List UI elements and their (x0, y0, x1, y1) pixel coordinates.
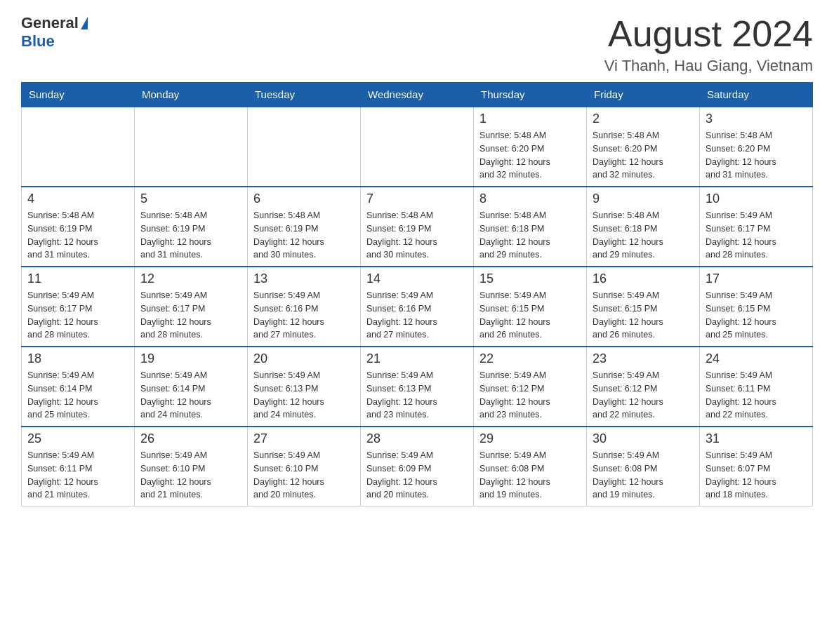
calendar-week-row: 4Sunrise: 5:48 AM Sunset: 6:19 PM Daylig… (22, 187, 813, 267)
day-info: Sunrise: 5:49 AM Sunset: 6:16 PM Dayligh… (253, 289, 355, 342)
logo: General Blue (21, 14, 88, 51)
day-info: Sunrise: 5:49 AM Sunset: 6:10 PM Dayligh… (253, 449, 355, 502)
calendar-cell: 28Sunrise: 5:49 AM Sunset: 6:09 PM Dayli… (361, 427, 474, 507)
day-number: 26 (140, 431, 241, 446)
day-number: 21 (366, 351, 468, 366)
calendar-header-thursday: Thursday (474, 83, 587, 107)
day-info: Sunrise: 5:49 AM Sunset: 6:13 PM Dayligh… (253, 369, 355, 422)
calendar-title: August 2024 (604, 14, 813, 54)
calendar-week-row: 18Sunrise: 5:49 AM Sunset: 6:14 PM Dayli… (22, 347, 813, 427)
title-block: August 2024 Vi Thanh, Hau Giang, Vietnam (604, 14, 813, 75)
calendar-cell: 21Sunrise: 5:49 AM Sunset: 6:13 PM Dayli… (361, 347, 474, 427)
day-number: 29 (479, 431, 581, 446)
calendar-header-monday: Monday (135, 83, 248, 107)
day-info: Sunrise: 5:49 AM Sunset: 6:10 PM Dayligh… (140, 449, 241, 502)
calendar-cell (22, 107, 135, 187)
day-number: 8 (479, 192, 581, 206)
calendar-cell: 4Sunrise: 5:48 AM Sunset: 6:19 PM Daylig… (22, 187, 135, 267)
calendar-cell: 25Sunrise: 5:49 AM Sunset: 6:11 PM Dayli… (22, 427, 135, 507)
calendar-cell: 15Sunrise: 5:49 AM Sunset: 6:15 PM Dayli… (474, 267, 587, 347)
day-number: 30 (593, 431, 694, 446)
calendar-header-row: SundayMondayTuesdayWednesdayThursdayFrid… (22, 83, 813, 107)
day-info: Sunrise: 5:49 AM Sunset: 6:12 PM Dayligh… (479, 369, 581, 422)
calendar-week-row: 25Sunrise: 5:49 AM Sunset: 6:11 PM Dayli… (22, 427, 813, 507)
day-number: 25 (27, 431, 128, 446)
day-number: 4 (27, 192, 128, 206)
day-number: 20 (253, 351, 355, 366)
calendar-cell (135, 107, 248, 187)
calendar-subtitle: Vi Thanh, Hau Giang, Vietnam (604, 57, 813, 75)
day-info: Sunrise: 5:48 AM Sunset: 6:19 PM Dayligh… (27, 209, 128, 262)
day-number: 27 (253, 431, 355, 446)
calendar-week-row: 11Sunrise: 5:49 AM Sunset: 6:17 PM Dayli… (22, 267, 813, 347)
day-info: Sunrise: 5:48 AM Sunset: 6:20 PM Dayligh… (593, 129, 694, 182)
calendar-cell: 5Sunrise: 5:48 AM Sunset: 6:19 PM Daylig… (135, 187, 248, 267)
day-info: Sunrise: 5:49 AM Sunset: 6:14 PM Dayligh… (27, 369, 128, 422)
day-info: Sunrise: 5:48 AM Sunset: 6:18 PM Dayligh… (479, 209, 581, 262)
logo-general-text: General (21, 14, 79, 32)
day-number: 13 (253, 271, 355, 286)
calendar-cell: 9Sunrise: 5:48 AM Sunset: 6:18 PM Daylig… (587, 187, 700, 267)
calendar-cell: 14Sunrise: 5:49 AM Sunset: 6:16 PM Dayli… (361, 267, 474, 347)
day-info: Sunrise: 5:48 AM Sunset: 6:19 PM Dayligh… (366, 209, 468, 262)
calendar-cell: 3Sunrise: 5:48 AM Sunset: 6:20 PM Daylig… (700, 107, 813, 187)
day-number: 23 (593, 351, 694, 366)
day-number: 22 (479, 351, 581, 366)
day-number: 5 (140, 192, 241, 206)
calendar-header-friday: Friday (587, 83, 700, 107)
calendar-cell: 16Sunrise: 5:49 AM Sunset: 6:15 PM Dayli… (587, 267, 700, 347)
calendar-header-tuesday: Tuesday (248, 83, 361, 107)
calendar-cell: 2Sunrise: 5:48 AM Sunset: 6:20 PM Daylig… (587, 107, 700, 187)
day-number: 31 (706, 431, 807, 446)
calendar-cell: 13Sunrise: 5:49 AM Sunset: 6:16 PM Dayli… (248, 267, 361, 347)
day-info: Sunrise: 5:49 AM Sunset: 6:08 PM Dayligh… (593, 449, 694, 502)
calendar-cell: 18Sunrise: 5:49 AM Sunset: 6:14 PM Dayli… (22, 347, 135, 427)
day-number: 10 (706, 192, 807, 206)
day-number: 18 (27, 351, 128, 366)
day-info: Sunrise: 5:48 AM Sunset: 6:18 PM Dayligh… (593, 209, 694, 262)
day-info: Sunrise: 5:49 AM Sunset: 6:15 PM Dayligh… (706, 289, 807, 342)
calendar-cell (248, 107, 361, 187)
calendar-cell: 31Sunrise: 5:49 AM Sunset: 6:07 PM Dayli… (700, 427, 813, 507)
day-info: Sunrise: 5:49 AM Sunset: 6:13 PM Dayligh… (366, 369, 468, 422)
day-info: Sunrise: 5:49 AM Sunset: 6:07 PM Dayligh… (706, 449, 807, 502)
day-number: 28 (366, 431, 468, 446)
logo-blue-text: Blue (21, 32, 55, 50)
calendar-cell: 6Sunrise: 5:48 AM Sunset: 6:19 PM Daylig… (248, 187, 361, 267)
calendar-cell: 19Sunrise: 5:49 AM Sunset: 6:14 PM Dayli… (135, 347, 248, 427)
day-info: Sunrise: 5:49 AM Sunset: 6:11 PM Dayligh… (27, 449, 128, 502)
day-info: Sunrise: 5:49 AM Sunset: 6:14 PM Dayligh… (140, 369, 241, 422)
day-info: Sunrise: 5:49 AM Sunset: 6:17 PM Dayligh… (27, 289, 128, 342)
day-info: Sunrise: 5:49 AM Sunset: 6:11 PM Dayligh… (706, 369, 807, 422)
day-number: 24 (706, 351, 807, 366)
day-info: Sunrise: 5:49 AM Sunset: 6:08 PM Dayligh… (479, 449, 581, 502)
day-number: 7 (366, 192, 468, 206)
calendar-table: SundayMondayTuesdayWednesdayThursdayFrid… (21, 82, 813, 507)
day-number: 14 (366, 271, 468, 286)
calendar-cell: 10Sunrise: 5:49 AM Sunset: 6:17 PM Dayli… (700, 187, 813, 267)
day-number: 12 (140, 271, 241, 286)
calendar-header-wednesday: Wednesday (361, 83, 474, 107)
calendar-cell: 27Sunrise: 5:49 AM Sunset: 6:10 PM Dayli… (248, 427, 361, 507)
day-number: 9 (593, 192, 694, 206)
day-number: 16 (593, 271, 694, 286)
calendar-cell: 23Sunrise: 5:49 AM Sunset: 6:12 PM Dayli… (587, 347, 700, 427)
calendar-header-saturday: Saturday (700, 83, 813, 107)
day-number: 1 (479, 112, 581, 126)
day-number: 3 (706, 112, 807, 126)
day-info: Sunrise: 5:48 AM Sunset: 6:20 PM Dayligh… (479, 129, 581, 182)
calendar-cell: 22Sunrise: 5:49 AM Sunset: 6:12 PM Dayli… (474, 347, 587, 427)
day-info: Sunrise: 5:49 AM Sunset: 6:16 PM Dayligh… (366, 289, 468, 342)
calendar-cell: 20Sunrise: 5:49 AM Sunset: 6:13 PM Dayli… (248, 347, 361, 427)
calendar-cell: 26Sunrise: 5:49 AM Sunset: 6:10 PM Dayli… (135, 427, 248, 507)
calendar-cell (361, 107, 474, 187)
calendar-cell: 24Sunrise: 5:49 AM Sunset: 6:11 PM Dayli… (700, 347, 813, 427)
day-info: Sunrise: 5:49 AM Sunset: 6:09 PM Dayligh… (366, 449, 468, 502)
day-number: 11 (27, 271, 128, 286)
calendar-cell: 12Sunrise: 5:49 AM Sunset: 6:17 PM Dayli… (135, 267, 248, 347)
calendar-cell: 29Sunrise: 5:49 AM Sunset: 6:08 PM Dayli… (474, 427, 587, 507)
calendar-cell: 11Sunrise: 5:49 AM Sunset: 6:17 PM Dayli… (22, 267, 135, 347)
page-header: General Blue August 2024 Vi Thanh, Hau G… (21, 14, 813, 75)
day-number: 2 (593, 112, 694, 126)
calendar-cell: 17Sunrise: 5:49 AM Sunset: 6:15 PM Dayli… (700, 267, 813, 347)
